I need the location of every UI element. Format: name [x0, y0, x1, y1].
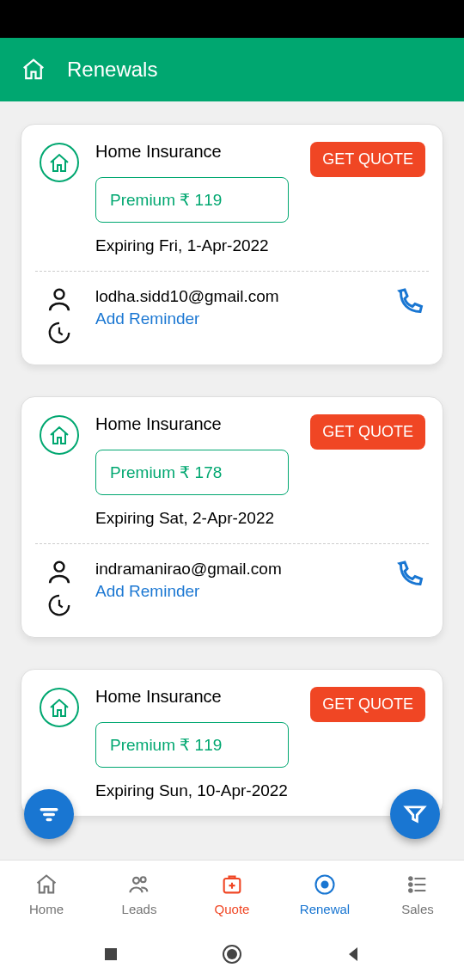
svg-point-2: [40, 416, 78, 454]
nav-label: Renewal: [300, 902, 350, 916]
nav-sales[interactable]: Sales: [371, 873, 464, 916]
expiry-text: Expiring Sun, 10-Apr-2022: [95, 781, 425, 800]
system-nav: [0, 928, 464, 980]
premium-badge: Premium ₹ 119: [95, 177, 289, 223]
svg-point-14: [409, 883, 412, 886]
get-quote-button[interactable]: GET QUOTE: [310, 414, 425, 450]
person-icon: [45, 287, 74, 313]
svg-point-4: [40, 689, 78, 726]
svg-rect-16: [105, 948, 117, 960]
add-reminder-link[interactable]: Add Reminder: [95, 582, 379, 601]
svg-point-18: [227, 949, 237, 959]
renewal-nav-icon: [313, 873, 337, 897]
recent-apps-icon[interactable]: [102, 946, 119, 963]
nav-leads[interactable]: Leads: [93, 873, 186, 916]
svg-rect-7: [46, 818, 52, 822]
svg-point-15: [409, 889, 412, 892]
clock-icon: [46, 592, 72, 618]
filter-lines-icon: [37, 802, 61, 826]
insurance-title: Home Insurance: [95, 414, 300, 434]
home-icon[interactable]: [21, 57, 46, 83]
nav-renewal[interactable]: Renewal: [278, 873, 371, 916]
get-quote-button[interactable]: GET QUOTE: [310, 142, 425, 177]
add-reminder-link[interactable]: Add Reminder: [95, 309, 379, 328]
svg-rect-6: [43, 813, 55, 817]
svg-point-1: [55, 290, 64, 299]
nav-label: Quote: [215, 902, 250, 916]
back-icon[interactable]: [345, 946, 362, 963]
svg-point-9: [141, 877, 146, 882]
page-title: Renewals: [67, 58, 157, 82]
status-bar: [0, 0, 464, 38]
renewal-card: Home Insurance GET QUOTE Premium ₹ 119 E…: [21, 669, 443, 817]
expiry-text: Expiring Fri, 1-Apr-2022: [95, 236, 425, 255]
nav-home[interactable]: Home: [0, 873, 93, 916]
filter-fab-left[interactable]: [24, 789, 74, 839]
content-area: Home Insurance GET QUOTE Premium ₹ 119 E…: [0, 101, 464, 860]
contact-email: lodha.sidd10@gmail.com: [95, 287, 379, 306]
renewal-card: Home Insurance GET QUOTE Premium ₹ 119 E…: [21, 124, 443, 365]
app-header: Renewals: [0, 38, 464, 101]
nav-label: Home: [29, 902, 64, 916]
home-insurance-icon: [39, 687, 80, 728]
insurance-title: Home Insurance: [95, 687, 300, 707]
svg-rect-5: [40, 808, 58, 812]
insurance-title: Home Insurance: [95, 142, 300, 162]
filter-fab-right[interactable]: [390, 789, 440, 839]
sales-nav-icon: [406, 873, 430, 897]
phone-icon[interactable]: [394, 560, 425, 591]
svg-point-0: [40, 144, 78, 181]
svg-point-13: [409, 877, 412, 880]
contact-email: indramanirao@gmail.com: [95, 560, 379, 579]
premium-badge: Premium ₹ 178: [95, 450, 289, 495]
nav-label: Sales: [401, 902, 434, 916]
home-nav-icon: [34, 873, 58, 897]
get-quote-button[interactable]: GET QUOTE: [310, 687, 425, 722]
clock-icon: [46, 320, 72, 346]
leads-nav-icon: [127, 873, 151, 897]
nav-label: Leads: [122, 902, 157, 916]
svg-point-12: [322, 882, 328, 888]
phone-icon[interactable]: [394, 287, 425, 318]
home-insurance-icon: [39, 142, 80, 183]
premium-badge: Premium ₹ 119: [95, 722, 289, 768]
svg-point-8: [133, 878, 139, 884]
person-icon: [45, 560, 74, 585]
renewal-card: Home Insurance GET QUOTE Premium ₹ 178 E…: [21, 396, 443, 638]
nav-quote[interactable]: Quote: [186, 873, 278, 916]
funnel-icon: [403, 802, 427, 826]
svg-point-3: [55, 562, 64, 572]
expiry-text: Expiring Sat, 2-Apr-2022: [95, 509, 425, 528]
home-insurance-icon: [39, 414, 80, 456]
home-system-icon[interactable]: [222, 944, 242, 965]
quote-nav-icon: [220, 873, 244, 897]
bottom-nav: Home Leads Quote Renewal Sales: [0, 860, 464, 928]
